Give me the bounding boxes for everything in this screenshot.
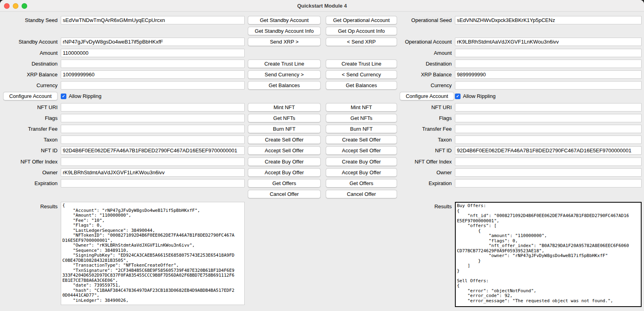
- operational-transfer-fee-input[interactable]: [455, 125, 642, 133]
- standby-flags-label: Flags: [2, 115, 61, 121]
- main-grid: Standby Seed Get Standby Account Get Ope…: [0, 12, 644, 199]
- standby-create-trust-line-button[interactable]: Create Trust Line: [248, 60, 321, 68]
- standby-amount-input[interactable]: [61, 49, 245, 57]
- standby-owner-label: Owner: [2, 169, 61, 175]
- standby-create-sell-offer-button[interactable]: Create Sell Offer: [248, 136, 321, 144]
- standby-nft-offer-index-label: NFT Offer Index: [2, 159, 61, 165]
- operational-destination-input[interactable]: [455, 60, 642, 68]
- standby-taxon-input[interactable]: [61, 136, 245, 144]
- window-controls: [4, 3, 27, 9]
- close-button[interactable]: [4, 3, 10, 9]
- operational-get-balances-button[interactable]: Get Balances: [326, 81, 397, 90]
- operational-accept-buy-offer-button[interactable]: Accept Buy Offer: [326, 168, 397, 177]
- operational-allow-rippling-checkbox[interactable]: [455, 94, 461, 99]
- operational-taxon-label: Taxon: [399, 137, 455, 143]
- operational-nft-uri-label: NFT URI: [399, 104, 455, 110]
- operational-get-offers-button[interactable]: Get Offers: [326, 179, 397, 187]
- standby-get-nfts-button[interactable]: Get NFTs: [248, 114, 321, 122]
- standby-nft-uri-input[interactable]: [61, 103, 245, 112]
- standby-send-xrp-button[interactable]: Send XRP >: [248, 38, 321, 46]
- standby-create-buy-offer-button[interactable]: Create Buy Offer: [248, 157, 321, 166]
- operational-currency-label: Currency: [399, 82, 455, 88]
- standby-nft-id-input[interactable]: [61, 146, 245, 155]
- operational-account-input[interactable]: [455, 38, 642, 46]
- operational-account-label: Operational Account: [399, 39, 455, 45]
- operational-accept-sell-offer-button[interactable]: Accept Sell Offer: [326, 146, 397, 155]
- standby-get-account-info-button[interactable]: Get Standby Account Info: [248, 27, 321, 35]
- standby-send-currency-button[interactable]: Send Currency >: [248, 70, 321, 79]
- standby-results-label: Results: [2, 202, 61, 209]
- operational-cancel-offer-button[interactable]: Cancel Offer: [326, 190, 397, 198]
- standby-configure-account-button[interactable]: Configure Account: [3, 92, 58, 100]
- operational-create-trust-line-button[interactable]: Create Trust Line: [326, 60, 397, 68]
- window-title: Quickstart Module 4: [297, 3, 347, 9]
- standby-cancel-offer-button[interactable]: Cancel Offer: [248, 190, 321, 198]
- standby-account-label: Standby Account: [2, 39, 61, 45]
- standby-mint-nft-button[interactable]: Mint NFT: [248, 103, 321, 112]
- standby-allow-rippling-label: Allow Rippling: [69, 93, 102, 99]
- standby-get-account-button[interactable]: Get Standby Account: [248, 16, 321, 24]
- standby-amount-label: Amount: [2, 50, 61, 56]
- minimize-button[interactable]: [13, 3, 18, 9]
- operational-get-account-button[interactable]: Get Operational Account: [326, 16, 397, 24]
- operational-get-nfts-button[interactable]: Get NFTs: [326, 114, 397, 122]
- operational-mint-nft-button[interactable]: Mint NFT: [326, 103, 397, 112]
- operational-nft-id-input[interactable]: [455, 146, 642, 155]
- standby-xrp-balance-label: XRP Balance: [2, 72, 61, 78]
- standby-flags-input[interactable]: [61, 114, 245, 122]
- operational-flags-input[interactable]: [455, 114, 642, 122]
- standby-owner-input[interactable]: [61, 168, 245, 177]
- operational-send-xrp-button[interactable]: < Send XRP: [326, 38, 397, 46]
- operational-amount-input[interactable]: [455, 49, 642, 57]
- standby-nft-offer-index-input[interactable]: [61, 157, 245, 166]
- standby-currency-label: Currency: [2, 82, 61, 88]
- standby-nft-id-label: NFT ID: [2, 148, 61, 154]
- operational-xrp-balance-label: XRP Balance: [399, 72, 455, 78]
- operational-expiration-label: Expiration: [399, 180, 455, 186]
- operational-nft-uri-input[interactable]: [455, 103, 642, 112]
- operational-send-currency-button[interactable]: < Send Currency: [326, 70, 397, 79]
- standby-currency-input[interactable]: [61, 81, 245, 90]
- title-bar: Quickstart Module 4: [0, 0, 644, 12]
- standby-transfer-fee-label: Transfer Fee: [2, 126, 61, 132]
- operational-results-label: Results: [399, 202, 455, 209]
- operational-results-output[interactable]: Buy Offers: { "nft_id": "0008271092D4B6F…: [455, 202, 642, 307]
- operational-owner-label: Owner: [399, 169, 455, 175]
- zoom-button[interactable]: [22, 3, 27, 9]
- operational-owner-input[interactable]: [455, 168, 642, 177]
- standby-destination-label: Destination: [2, 61, 61, 67]
- operational-transfer-fee-label: Transfer Fee: [399, 126, 455, 132]
- standby-destination-input[interactable]: [61, 60, 245, 68]
- standby-accept-buy-offer-button[interactable]: Accept Buy Offer: [248, 168, 321, 177]
- operational-taxon-input[interactable]: [455, 136, 642, 144]
- operational-configure-account-button[interactable]: Configure Account: [400, 92, 454, 100]
- standby-transfer-fee-input[interactable]: [61, 125, 245, 133]
- operational-seed-input[interactable]: [455, 16, 642, 24]
- standby-burn-nft-button[interactable]: Burn NFT: [248, 125, 321, 133]
- standby-allow-rippling-checkbox[interactable]: [61, 94, 66, 99]
- standby-seed-label: Standby Seed: [2, 17, 61, 23]
- operational-create-sell-offer-button[interactable]: Create Sell Offer: [326, 136, 397, 144]
- operational-create-buy-offer-button[interactable]: Create Buy Offer: [326, 157, 397, 166]
- operational-nft-id-label: NFT ID: [399, 148, 455, 154]
- standby-expiration-input[interactable]: [61, 179, 245, 187]
- operational-nft-offer-index-input[interactable]: [455, 157, 642, 166]
- results-section: Results { "Account": "rNP47gJFvDyW8gsDo4…: [0, 199, 644, 307]
- operational-xrp-balance-input[interactable]: [455, 70, 642, 79]
- operational-nft-offer-index-label: NFT Offer Index: [399, 159, 455, 165]
- operational-expiration-input[interactable]: [455, 179, 642, 187]
- standby-account-input[interactable]: [61, 38, 245, 46]
- operational-get-account-info-button[interactable]: Get Op Account Info: [326, 27, 397, 35]
- operational-burn-nft-button[interactable]: Burn NFT: [326, 125, 397, 133]
- standby-nft-uri-label: NFT URI: [2, 104, 61, 110]
- standby-results-output[interactable]: { "Account": "rNP47gJFvDyW8gsDo4weB17if5…: [61, 202, 245, 305]
- standby-accept-sell-offer-button[interactable]: Accept Sell Offer: [248, 146, 321, 155]
- standby-get-offers-button[interactable]: Get Offers: [248, 179, 321, 187]
- operational-currency-input[interactable]: [455, 81, 642, 90]
- standby-seed-input[interactable]: [61, 16, 245, 24]
- standby-get-balances-button[interactable]: Get Balances: [248, 81, 321, 90]
- app-window: Quickstart Module 4 Standby Seed Get Sta…: [0, 0, 644, 311]
- standby-xrp-balance-input[interactable]: [61, 70, 245, 79]
- operational-destination-label: Destination: [399, 61, 455, 67]
- operational-seed-label: Operational Seed: [399, 17, 455, 23]
